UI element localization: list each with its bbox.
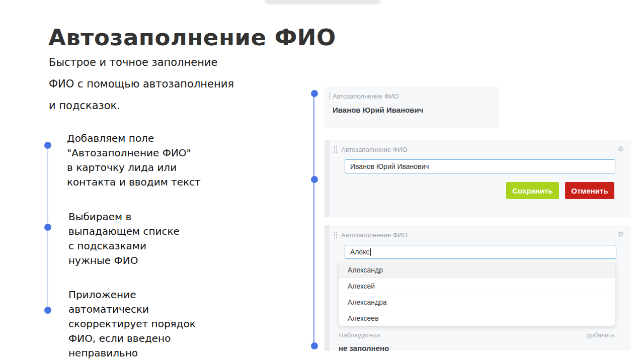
suggestion-item[interactable]: Александр	[339, 262, 615, 278]
window-shadow-bar	[265, 0, 380, 3]
fio-input[interactable]: Иванов Юрий Иванович	[345, 159, 615, 173]
bullet-line: ФИО, если введено	[68, 331, 196, 346]
bullet-line: выпадающем списке	[68, 224, 180, 239]
fio-input-value: Алекс	[350, 248, 370, 256]
suggestion-item[interactable]: Александра	[339, 294, 615, 310]
bullet-item: Приложение автоматически скорректирует п…	[68, 288, 196, 360]
observers-label: Наблюдатели	[339, 331, 380, 339]
timeline-line-right	[313, 94, 314, 346]
timeline-dot	[44, 142, 51, 149]
subtitle-line: ФИО с помощью автозаполнения	[49, 78, 234, 90]
gear-icon[interactable]: ⚙	[617, 231, 624, 238]
observers-value: не заполнено	[339, 344, 389, 351]
bullet-line: с подсказками	[68, 239, 180, 253]
timeline-dot	[44, 307, 51, 314]
field-label: Автозаполнение ФИО	[341, 231, 408, 239]
bullet-line: контакта и вводим текст	[67, 175, 201, 190]
fio-input-value: Иванов Юрий Иванович	[350, 162, 429, 170]
field-panel-view: Автозаполнение ФИО Иванов Юрий Иванович	[325, 87, 499, 128]
suggestions-dropdown: Александр Алексей Александра Алексеев	[339, 261, 615, 326]
bullet-line: Выбираем в	[68, 210, 180, 224]
bullet-line: "Автозаполнение ФИО"	[67, 146, 201, 160]
panel-left-strip	[325, 225, 330, 351]
field-value[interactable]: Иванов Юрий Иванович	[333, 106, 424, 114]
drag-handle-icon[interactable]	[334, 231, 338, 239]
bullet-line: Добавляем поле	[67, 131, 201, 146]
bullet-line: неправильно	[68, 346, 196, 360]
bullet-line: автоматически	[68, 302, 196, 317]
suggestion-item[interactable]: Алексеев	[339, 310, 615, 326]
subtitle-line: и подсказок.	[49, 100, 120, 112]
timeline-dot	[311, 90, 318, 97]
bullet-line: скорректирует порядок	[68, 317, 196, 331]
drag-handle-icon[interactable]	[329, 93, 331, 101]
bullet-item: Выбираем в выпадающем списке с подсказка…	[68, 210, 180, 268]
gear-icon[interactable]: ⚙	[617, 145, 624, 152]
timeline-dot	[311, 342, 318, 349]
fio-input[interactable]: Алекс	[345, 245, 616, 259]
bullet-item: Добавляем поле "Автозаполнение ФИО" в ка…	[67, 131, 201, 190]
bullet-line: нужные ФИО	[68, 253, 180, 268]
bullet-line: Приложение	[68, 288, 196, 302]
cancel-button[interactable]: Отменить	[565, 182, 614, 199]
text-cursor	[370, 248, 371, 256]
field-label: Автозаполнение ФИО	[341, 146, 408, 153]
subtitle-line: Быстрое и точное заполнение	[49, 56, 218, 68]
suggestion-item[interactable]: Алексей	[339, 278, 615, 294]
timeline-dot	[311, 176, 318, 183]
field-label: Автозаполнение ФИО	[333, 93, 399, 100]
save-button[interactable]: Сохранить	[506, 182, 559, 199]
page-title: Автозаполнение ФИО	[48, 24, 336, 51]
drag-handle-icon[interactable]	[334, 146, 338, 154]
field-panel-suggest: Автозаполнение ФИО ⚙ Алекс Александр Але…	[325, 225, 631, 351]
panel-left-strip	[325, 140, 330, 217]
timeline-dot	[44, 224, 51, 231]
add-observer-link[interactable]: добавить	[587, 331, 615, 339]
bullet-line: в карточку лида или	[67, 160, 201, 175]
field-panel-edit: Автозаполнение ФИО ⚙ Иванов Юрий Иванови…	[325, 140, 631, 217]
